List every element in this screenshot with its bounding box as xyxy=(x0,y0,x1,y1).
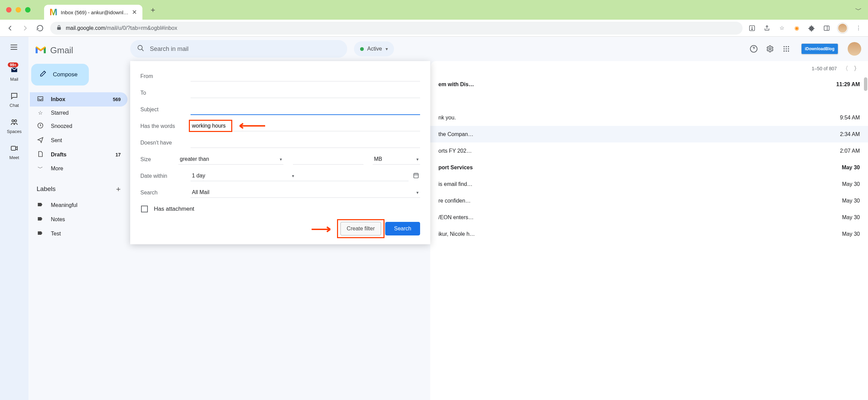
email-row[interactable]: ikur, Nicole h…May 30 xyxy=(430,226,868,242)
sidebar-inbox[interactable]: Inbox 569 xyxy=(30,92,127,107)
share-icon[interactable] xyxy=(763,24,771,32)
sidebar-starred[interactable]: ☆ Starred xyxy=(30,107,127,119)
svg-rect-1 xyxy=(824,26,829,30)
sidebar-drafts[interactable]: Drafts 17 xyxy=(30,148,127,162)
sidepanel-icon[interactable] xyxy=(823,24,831,32)
label-meaningful[interactable]: Meaningful xyxy=(30,198,127,212)
create-filter-button[interactable]: Create filter xyxy=(340,222,381,235)
tab-close-icon[interactable]: ✕ xyxy=(132,8,137,16)
email-row[interactable]: the Compan…2:34 AM xyxy=(430,126,868,142)
label-test[interactable]: Test xyxy=(30,227,127,241)
back-button[interactable] xyxy=(5,23,15,33)
from-label: From xyxy=(140,73,191,79)
label-text: Meaningful xyxy=(51,202,77,208)
rail-mail[interactable]: 99+ Mail xyxy=(9,64,20,82)
has-words-input[interactable] xyxy=(191,121,420,131)
sidebar-snoozed[interactable]: Snoozed xyxy=(30,119,127,133)
email-row[interactable]: nk you.9:54 AM xyxy=(430,109,868,126)
subject-input[interactable] xyxy=(191,104,420,115)
rail-chat-label: Chat xyxy=(9,103,19,108)
window-maximize[interactable] xyxy=(25,7,31,13)
account-avatar[interactable] xyxy=(848,42,861,56)
add-label-button[interactable]: ＋ xyxy=(115,184,122,194)
bookmark-star-icon[interactable]: ☆ xyxy=(778,24,786,32)
sidebar-sent[interactable]: Sent xyxy=(30,133,127,148)
scrollbar-thumb[interactable] xyxy=(864,77,867,91)
compose-label: Compose xyxy=(53,71,78,78)
rail-spaces[interactable]: Spaces xyxy=(7,117,21,134)
to-input[interactable] xyxy=(191,88,420,98)
compose-button[interactable]: Compose xyxy=(31,64,89,85)
email-row[interactable]: em with Dis…11:29 AM xyxy=(430,76,868,93)
doesnt-have-label: Doesn't have xyxy=(140,140,191,146)
search-input[interactable]: Search in mail xyxy=(130,40,347,58)
apps-grid-icon[interactable] xyxy=(782,44,791,54)
chevron-down-icon: ▾ xyxy=(292,173,294,178)
calendar-icon[interactable] xyxy=(413,172,420,180)
chevron-down-icon[interactable]: ﹀ xyxy=(855,5,862,15)
file-icon xyxy=(37,151,44,159)
email-row[interactable]: orts FY 202…2:07 AM xyxy=(430,142,868,159)
sidebar-item-label: Inbox xyxy=(51,96,65,102)
email-row[interactable]: /EON enters…May 30 xyxy=(430,209,868,226)
window-minimize[interactable] xyxy=(16,7,21,13)
label-notes[interactable]: Notes xyxy=(30,212,127,227)
inbox-count: 569 xyxy=(113,97,121,102)
install-app-icon[interactable] xyxy=(748,24,756,32)
brand-badge[interactable]: iDownloadBlog xyxy=(801,43,838,54)
forward-button[interactable] xyxy=(20,23,30,33)
date-input[interactable] xyxy=(296,171,409,181)
search-scope-select[interactable]: All Mail▾ xyxy=(191,187,420,198)
drafts-count: 17 xyxy=(115,152,121,157)
reload-button[interactable] xyxy=(35,23,45,33)
size-value-input[interactable] xyxy=(293,154,363,165)
prev-page-button[interactable]: 〈 xyxy=(842,64,848,73)
url-text: mail.google.com/mail/u/0/?tab=rm&ogbl#in… xyxy=(66,25,177,31)
window-close[interactable] xyxy=(6,7,12,13)
rail-meet[interactable]: Meet xyxy=(9,143,20,160)
settings-gear-icon[interactable] xyxy=(765,44,775,54)
chevron-down-icon: ▾ xyxy=(386,46,388,52)
label-text: Test xyxy=(51,231,61,237)
svg-point-14 xyxy=(788,48,789,50)
extensions-puzzle-icon[interactable] xyxy=(808,24,816,32)
next-page-button[interactable]: 〉 xyxy=(854,64,860,73)
support-icon[interactable] xyxy=(749,44,758,54)
labels-heading: Labels xyxy=(37,185,56,193)
svg-point-3 xyxy=(15,120,17,122)
sidebar-item-label: More xyxy=(51,166,63,172)
has-words-label: Has the words xyxy=(140,123,191,129)
date-range-select[interactable]: 1 day▾ xyxy=(191,171,296,181)
label-text: Notes xyxy=(51,216,65,223)
browser-tab[interactable]: M Inbox (569) - ankur@idownloa ✕ xyxy=(44,5,142,20)
status-chip[interactable]: Active ▾ xyxy=(354,41,394,56)
sidebar-more[interactable]: ﹀ More xyxy=(30,162,127,175)
gmail-logo[interactable]: Gmail xyxy=(30,40,127,64)
gmail-logo-text: Gmail xyxy=(50,45,73,56)
extension-1-icon[interactable]: ◉ xyxy=(793,24,801,32)
profile-avatar[interactable] xyxy=(837,23,848,33)
rail-mail-label: Mail xyxy=(10,77,18,82)
new-tab-button[interactable]: ＋ xyxy=(147,4,158,15)
doesnt-have-input[interactable] xyxy=(191,137,420,148)
search-filter-panel: From To Subject Has the words Doesn't ha… xyxy=(130,61,430,244)
star-icon: ☆ xyxy=(37,110,44,116)
address-bar[interactable]: mail.google.com/mail/u/0/?tab=rm&ogbl#in… xyxy=(50,22,743,35)
rail-meet-label: Meet xyxy=(9,155,19,160)
chevron-down-icon: ▾ xyxy=(416,190,419,195)
chat-icon xyxy=(9,91,20,101)
label-icon xyxy=(37,215,44,224)
from-input[interactable] xyxy=(191,71,420,81)
size-unit-select[interactable]: MB▾ xyxy=(373,154,420,165)
email-row[interactable]: is email find…May 30 xyxy=(430,176,868,192)
size-operator-select[interactable]: greater than▾ xyxy=(178,154,283,165)
svg-point-9 xyxy=(783,46,785,47)
main-menu-icon[interactable] xyxy=(9,43,19,52)
email-row[interactable]: re confiden…May 30 xyxy=(430,192,868,209)
rail-chat[interactable]: Chat xyxy=(9,91,20,108)
has-attachment-checkbox[interactable] xyxy=(141,206,148,212)
search-button[interactable]: Search xyxy=(385,222,420,235)
kebab-menu-icon[interactable]: ⋮ xyxy=(854,24,863,32)
email-row[interactable]: port ServicesMay 30 xyxy=(430,159,868,176)
search-in-label: Search xyxy=(140,190,191,196)
